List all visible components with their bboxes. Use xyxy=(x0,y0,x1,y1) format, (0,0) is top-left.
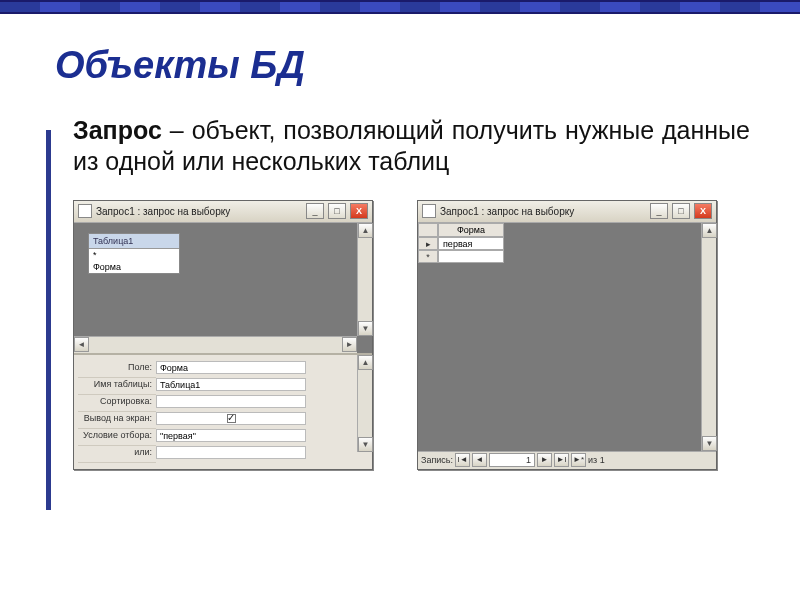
prop-label: Условие отбора: xyxy=(78,429,156,446)
nav-label: Запись: xyxy=(421,455,453,465)
prop-label: или: xyxy=(78,446,156,463)
minimize-button[interactable]: _ xyxy=(650,203,668,219)
window-title: Запрос1 : запрос на выборку xyxy=(96,206,302,217)
prop-value-sort[interactable] xyxy=(156,395,306,408)
table-row[interactable]: * xyxy=(418,250,504,263)
slide-title: Объекты БД xyxy=(55,44,750,87)
prop-value-criteria[interactable]: "первая" xyxy=(156,429,306,442)
scroll-down-icon[interactable]: ▼ xyxy=(358,321,373,336)
checkbox-icon[interactable] xyxy=(227,414,236,423)
row-selector-header[interactable] xyxy=(418,223,438,237)
scroll-left-icon[interactable]: ◄ xyxy=(74,337,89,352)
slide-content: Объекты БД Запрос – объект, позволяющий … xyxy=(0,14,800,470)
table-fieldlist[interactable]: Таблица1 * Форма xyxy=(88,233,180,274)
prop-value-field[interactable]: Форма xyxy=(156,361,306,374)
row-marker[interactable]: * xyxy=(418,250,438,263)
scroll-down-icon[interactable]: ▼ xyxy=(358,437,373,452)
nav-last-button[interactable]: ►I xyxy=(554,453,569,467)
scroll-up-icon[interactable]: ▲ xyxy=(358,223,373,238)
app-icon xyxy=(422,204,436,218)
design-grid: Поле: Форма Имя таблицы: Таблица1 Сортир… xyxy=(74,355,372,468)
prop-label: Имя таблицы: xyxy=(78,378,156,395)
close-button[interactable]: X xyxy=(350,203,368,219)
record-navigator: Запись: I◄ ◄ 1 ► ►I ►* из 1 xyxy=(418,451,716,469)
column-header[interactable]: Форма xyxy=(438,223,504,237)
row-marker[interactable]: ▸ xyxy=(418,237,438,250)
screenshots-row: Запрос1 : запрос на выборку _ □ X Таблиц… xyxy=(55,200,750,470)
table-row[interactable]: ▸ первая xyxy=(418,237,504,250)
prop-label: Вывод на экран: xyxy=(78,412,156,429)
titlebar[interactable]: Запрос1 : запрос на выборку _ □ X xyxy=(418,201,716,223)
vertical-scrollbar[interactable]: ▲ ▼ xyxy=(357,223,372,337)
scroll-up-icon[interactable]: ▲ xyxy=(702,223,717,238)
prop-value-show[interactable] xyxy=(156,412,306,425)
slide-body: Запрос – объект, позволяющий получить ну… xyxy=(55,115,750,178)
prop-value-tablename[interactable]: Таблица1 xyxy=(156,378,306,391)
definition: – объект, позволяющий получить нужные да… xyxy=(73,116,750,175)
property-grid: Поле: Форма Имя таблицы: Таблица1 Сортир… xyxy=(78,361,368,462)
decorative-left-rule xyxy=(46,130,51,510)
vertical-scrollbar[interactable]: ▲ ▼ xyxy=(701,223,716,451)
nav-total: из 1 xyxy=(588,455,605,465)
prop-value-or[interactable] xyxy=(156,446,306,459)
result-header-row: Форма xyxy=(418,223,504,237)
nav-first-button[interactable]: I◄ xyxy=(455,453,470,467)
field-row[interactable]: * xyxy=(89,249,179,261)
nav-next-button[interactable]: ► xyxy=(537,453,552,467)
cell-value[interactable] xyxy=(438,250,504,263)
maximize-button[interactable]: □ xyxy=(328,203,346,219)
nav-current-record[interactable]: 1 xyxy=(489,453,535,467)
minimize-button[interactable]: _ xyxy=(306,203,324,219)
cell-value[interactable]: первая xyxy=(438,237,504,250)
term: Запрос xyxy=(73,116,162,144)
decorative-top-bar xyxy=(0,0,800,14)
nav-prev-button[interactable]: ◄ xyxy=(472,453,487,467)
nav-new-button[interactable]: ►* xyxy=(571,453,586,467)
prop-label: Сортировка: xyxy=(78,395,156,412)
scroll-down-icon[interactable]: ▼ xyxy=(702,436,717,451)
app-icon xyxy=(78,204,92,218)
prop-label: Поле: xyxy=(78,361,156,378)
maximize-button[interactable]: □ xyxy=(672,203,690,219)
query-datasheet-window: Запрос1 : запрос на выборку _ □ X Форма … xyxy=(417,200,717,470)
scroll-up-icon[interactable]: ▲ xyxy=(358,355,373,370)
vertical-scrollbar[interactable]: ▲ ▼ xyxy=(357,355,372,451)
scroll-right-icon[interactable]: ► xyxy=(342,337,357,352)
result-grid: Форма ▸ первая * xyxy=(418,223,504,263)
window-title: Запрос1 : запрос на выборку xyxy=(440,206,646,217)
close-button[interactable]: X xyxy=(694,203,712,219)
horizontal-scrollbar[interactable]: ◄ ► xyxy=(74,336,357,353)
datasheet-body[interactable]: Форма ▸ первая * ▲ ▼ Запись: xyxy=(418,223,716,469)
table-name: Таблица1 xyxy=(89,234,179,249)
field-row[interactable]: Форма xyxy=(89,261,179,273)
design-canvas[interactable]: Таблица1 * Форма ▲ ▼ ◄ ► xyxy=(74,223,372,356)
titlebar[interactable]: Запрос1 : запрос на выборку _ □ X xyxy=(74,201,372,223)
query-design-window: Запрос1 : запрос на выборку _ □ X Таблиц… xyxy=(73,200,373,470)
